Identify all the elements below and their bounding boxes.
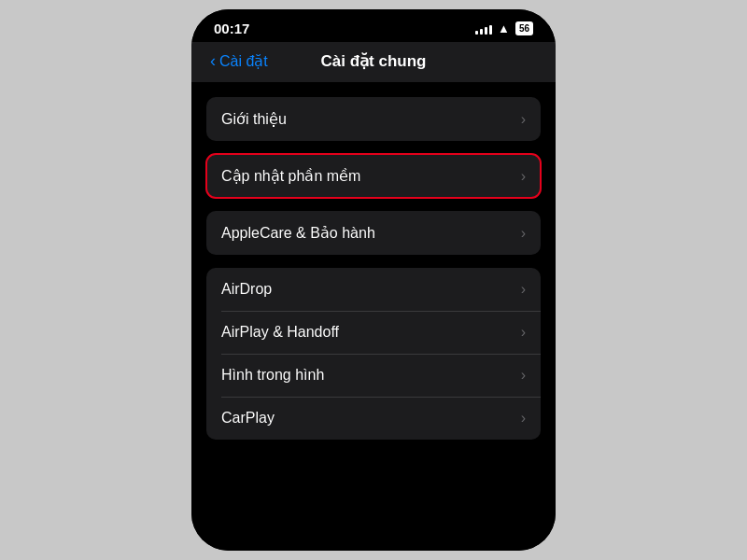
settings-group-1: Giới thiệu › bbox=[206, 97, 541, 141]
cell-gioi-thieu-label: Giới thiệu bbox=[221, 110, 287, 128]
cell-carplay[interactable]: CarPlay › bbox=[206, 397, 541, 440]
back-chevron-icon: ‹ bbox=[210, 51, 216, 71]
chevron-icon: › bbox=[521, 410, 526, 427]
cell-cap-nhat-phan-mem[interactable]: Cập nhật phần mềm › bbox=[206, 154, 541, 198]
chevron-icon: › bbox=[521, 281, 526, 298]
cell-gioi-thieu[interactable]: Giới thiệu › bbox=[206, 97, 541, 141]
back-label: Cài đặt bbox=[219, 52, 268, 70]
status-bar: 00:17 ▲ 56 bbox=[191, 9, 556, 42]
cell-carplay-label: CarPlay bbox=[221, 410, 275, 427]
chevron-icon: › bbox=[521, 225, 526, 242]
settings-group-4: AirDrop › AirPlay & Handoff › Hình trong… bbox=[206, 268, 541, 440]
battery-badge: 56 bbox=[515, 21, 533, 35]
signal-bars-icon bbox=[475, 23, 492, 35]
cell-hinh-label: Hình trong hình bbox=[221, 367, 324, 384]
cell-applecare-label: AppleCare & Bảo hành bbox=[221, 224, 375, 242]
status-time: 00:17 bbox=[214, 21, 249, 36]
nav-bar: ‹ Cài đặt Cài đặt chung bbox=[191, 42, 556, 82]
chevron-icon: › bbox=[521, 168, 526, 185]
chevron-icon: › bbox=[521, 324, 526, 341]
cell-airdrop[interactable]: AirDrop › bbox=[206, 268, 541, 311]
cell-airdrop-label: AirDrop bbox=[221, 281, 272, 298]
cell-cap-nhat-label: Cập nhật phần mềm bbox=[221, 167, 360, 185]
settings-group-2: Cập nhật phần mềm › bbox=[206, 154, 541, 198]
cell-airplay-label: AirPlay & Handoff bbox=[221, 324, 339, 341]
settings-group-3: AppleCare & Bảo hành › bbox=[206, 211, 541, 255]
page-title: Cài đặt chung bbox=[294, 51, 453, 71]
settings-content: Giới thiệu › Cập nhật phần mềm › AppleCa… bbox=[191, 82, 556, 551]
cell-applecare[interactable]: AppleCare & Bảo hành › bbox=[206, 211, 541, 255]
status-icons: ▲ 56 bbox=[475, 21, 533, 35]
cell-hinh-trong-hinh[interactable]: Hình trong hình › bbox=[206, 354, 541, 397]
cell-airplay-handoff[interactable]: AirPlay & Handoff › bbox=[206, 311, 541, 354]
chevron-icon: › bbox=[521, 367, 526, 384]
wifi-icon: ▲ bbox=[498, 21, 510, 35]
chevron-icon: › bbox=[521, 111, 526, 128]
back-button[interactable]: ‹ Cài đặt bbox=[210, 51, 294, 71]
phone-container: 00:17 ▲ 56 ‹ Cài đặt Cài đặt chung Giới … bbox=[191, 9, 556, 551]
